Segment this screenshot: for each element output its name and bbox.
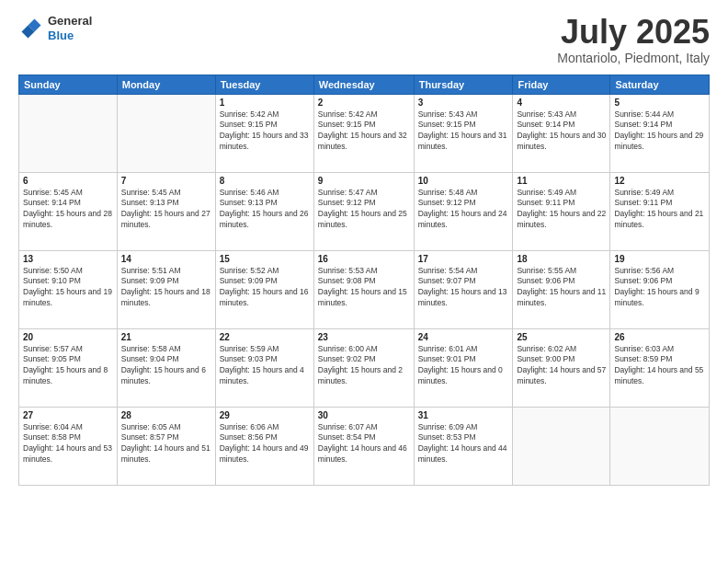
logo: General Blue bbox=[18, 14, 92, 42]
calendar-cell: 7Sunrise: 5:45 AMSunset: 9:13 PMDaylight… bbox=[117, 172, 215, 250]
calendar-cell: 22Sunrise: 5:59 AMSunset: 9:03 PMDayligh… bbox=[215, 328, 313, 407]
day-detail: Sunrise: 5:42 AMSunset: 9:15 PMDaylight:… bbox=[318, 109, 410, 154]
day-number: 30 bbox=[318, 410, 410, 420]
calendar-cell: 2Sunrise: 5:42 AMSunset: 9:15 PMDaylight… bbox=[313, 94, 414, 172]
calendar-cell: 5Sunrise: 5:44 AMSunset: 9:14 PMDaylight… bbox=[610, 94, 710, 172]
calendar-week-2: 6Sunrise: 5:45 AMSunset: 9:14 PMDaylight… bbox=[19, 172, 710, 250]
day-number: 12 bbox=[614, 176, 705, 186]
calendar-cell: 15Sunrise: 5:52 AMSunset: 9:09 PMDayligh… bbox=[215, 250, 313, 328]
day-detail: Sunrise: 5:58 AMSunset: 9:04 PMDaylight:… bbox=[121, 344, 211, 388]
day-number: 22 bbox=[220, 332, 310, 342]
day-detail: Sunrise: 6:04 AMSunset: 8:58 PMDaylight:… bbox=[23, 422, 113, 466]
month-title: July 2025 bbox=[557, 14, 710, 51]
calendar-cell: 14Sunrise: 5:51 AMSunset: 9:09 PMDayligh… bbox=[117, 250, 215, 328]
calendar-header-sunday: Sunday bbox=[19, 75, 118, 94]
day-detail: Sunrise: 6:07 AMSunset: 8:54 PMDaylight:… bbox=[318, 422, 410, 466]
calendar-cell: 1Sunrise: 5:42 AMSunset: 9:15 PMDaylight… bbox=[215, 94, 313, 172]
day-number: 24 bbox=[418, 332, 509, 342]
day-number: 17 bbox=[418, 254, 509, 264]
day-number: 10 bbox=[418, 176, 509, 186]
calendar-cell: 9Sunrise: 5:47 AMSunset: 9:12 PMDaylight… bbox=[313, 172, 414, 250]
day-number: 28 bbox=[121, 410, 211, 420]
day-number: 25 bbox=[517, 332, 606, 342]
calendar-cell: 18Sunrise: 5:55 AMSunset: 9:06 PMDayligh… bbox=[513, 250, 610, 328]
calendar-cell: 12Sunrise: 5:49 AMSunset: 9:11 PMDayligh… bbox=[610, 172, 710, 250]
calendar-cell: 26Sunrise: 6:03 AMSunset: 8:59 PMDayligh… bbox=[610, 328, 710, 407]
day-detail: Sunrise: 6:01 AMSunset: 9:01 PMDaylight:… bbox=[418, 344, 509, 388]
page: General Blue July 2025 Montariolo, Piedm… bbox=[0, 0, 728, 563]
calendar-cell: 29Sunrise: 6:06 AMSunset: 8:56 PMDayligh… bbox=[215, 407, 313, 485]
day-number: 14 bbox=[121, 254, 211, 264]
day-number: 3 bbox=[418, 98, 509, 108]
day-detail: Sunrise: 6:00 AMSunset: 9:02 PMDaylight:… bbox=[318, 344, 410, 388]
day-detail: Sunrise: 5:57 AMSunset: 9:05 PMDaylight:… bbox=[23, 344, 113, 388]
day-detail: Sunrise: 5:52 AMSunset: 9:09 PMDaylight:… bbox=[220, 266, 310, 310]
day-detail: Sunrise: 6:03 AMSunset: 8:59 PMDaylight:… bbox=[614, 344, 705, 388]
day-detail: Sunrise: 5:54 AMSunset: 9:07 PMDaylight:… bbox=[418, 266, 509, 310]
day-number: 18 bbox=[517, 254, 606, 264]
day-number: 20 bbox=[23, 332, 113, 342]
calendar-header-monday: Monday bbox=[117, 75, 215, 94]
calendar-cell: 16Sunrise: 5:53 AMSunset: 9:08 PMDayligh… bbox=[313, 250, 414, 328]
day-detail: Sunrise: 5:46 AMSunset: 9:13 PMDaylight:… bbox=[220, 188, 310, 232]
day-detail: Sunrise: 5:50 AMSunset: 9:10 PMDaylight:… bbox=[23, 266, 113, 310]
header: General Blue July 2025 Montariolo, Piedm… bbox=[18, 14, 710, 65]
day-number: 1 bbox=[220, 98, 310, 108]
day-number: 29 bbox=[220, 410, 310, 420]
day-number: 31 bbox=[418, 410, 509, 420]
calendar-cell: 23Sunrise: 6:00 AMSunset: 9:02 PMDayligh… bbox=[313, 328, 414, 407]
day-number: 13 bbox=[23, 254, 113, 264]
calendar-cell: 27Sunrise: 6:04 AMSunset: 8:58 PMDayligh… bbox=[19, 407, 118, 485]
calendar-cell: 24Sunrise: 6:01 AMSunset: 9:01 PMDayligh… bbox=[414, 328, 513, 407]
calendar-cell: 13Sunrise: 5:50 AMSunset: 9:10 PMDayligh… bbox=[19, 250, 118, 328]
calendar-header-row: SundayMondayTuesdayWednesdayThursdayFrid… bbox=[19, 75, 710, 94]
day-detail: Sunrise: 5:42 AMSunset: 9:15 PMDaylight:… bbox=[220, 109, 310, 154]
day-detail: Sunrise: 6:05 AMSunset: 8:57 PMDaylight:… bbox=[121, 422, 211, 466]
day-number: 15 bbox=[220, 254, 310, 264]
day-number: 8 bbox=[220, 176, 310, 186]
calendar-table: SundayMondayTuesdayWednesdayThursdayFrid… bbox=[18, 75, 710, 486]
day-detail: Sunrise: 5:43 AMSunset: 9:15 PMDaylight:… bbox=[418, 109, 509, 154]
day-detail: Sunrise: 5:47 AMSunset: 9:12 PMDaylight:… bbox=[318, 188, 410, 232]
day-number: 2 bbox=[318, 98, 410, 108]
calendar-cell: 19Sunrise: 5:56 AMSunset: 9:06 PMDayligh… bbox=[610, 250, 710, 328]
day-number: 4 bbox=[517, 98, 606, 108]
day-number: 21 bbox=[121, 332, 211, 342]
calendar-cell: 4Sunrise: 5:43 AMSunset: 9:14 PMDaylight… bbox=[513, 94, 610, 172]
logo-general: General bbox=[48, 14, 92, 28]
title-block: July 2025 Montariolo, Piedmont, Italy bbox=[557, 14, 710, 65]
logo-text: General Blue bbox=[48, 14, 92, 42]
day-number: 23 bbox=[318, 332, 410, 342]
day-detail: Sunrise: 6:02 AMSunset: 9:00 PMDaylight:… bbox=[517, 344, 606, 388]
calendar-cell bbox=[19, 94, 118, 172]
day-detail: Sunrise: 5:45 AMSunset: 9:14 PMDaylight:… bbox=[23, 188, 113, 232]
calendar-header-tuesday: Tuesday bbox=[215, 75, 313, 94]
day-detail: Sunrise: 5:49 AMSunset: 9:11 PMDaylight:… bbox=[614, 188, 705, 232]
calendar-cell: 28Sunrise: 6:05 AMSunset: 8:57 PMDayligh… bbox=[117, 407, 215, 485]
calendar-cell: 3Sunrise: 5:43 AMSunset: 9:15 PMDaylight… bbox=[414, 94, 513, 172]
calendar-cell: 25Sunrise: 6:02 AMSunset: 9:00 PMDayligh… bbox=[513, 328, 610, 407]
day-detail: Sunrise: 5:53 AMSunset: 9:08 PMDaylight:… bbox=[318, 266, 410, 310]
day-detail: Sunrise: 5:43 AMSunset: 9:14 PMDaylight:… bbox=[517, 109, 606, 154]
location: Montariolo, Piedmont, Italy bbox=[557, 51, 710, 65]
logo-blue: Blue bbox=[48, 29, 74, 42]
day-detail: Sunrise: 6:09 AMSunset: 8:53 PMDaylight:… bbox=[418, 422, 509, 466]
calendar-cell: 10Sunrise: 5:48 AMSunset: 9:12 PMDayligh… bbox=[414, 172, 513, 250]
calendar-cell: 6Sunrise: 5:45 AMSunset: 9:14 PMDaylight… bbox=[19, 172, 118, 250]
calendar-week-3: 13Sunrise: 5:50 AMSunset: 9:10 PMDayligh… bbox=[19, 250, 710, 328]
day-number: 5 bbox=[614, 98, 705, 108]
day-detail: Sunrise: 5:45 AMSunset: 9:13 PMDaylight:… bbox=[121, 188, 211, 232]
calendar-cell bbox=[513, 407, 610, 485]
day-number: 26 bbox=[614, 332, 705, 342]
day-detail: Sunrise: 5:51 AMSunset: 9:09 PMDaylight:… bbox=[121, 266, 211, 310]
calendar-cell: 11Sunrise: 5:49 AMSunset: 9:11 PMDayligh… bbox=[513, 172, 610, 250]
day-number: 16 bbox=[318, 254, 410, 264]
day-number: 27 bbox=[23, 410, 113, 420]
calendar-cell: 20Sunrise: 5:57 AMSunset: 9:05 PMDayligh… bbox=[19, 328, 118, 407]
calendar-header-saturday: Saturday bbox=[610, 75, 710, 94]
calendar-week-1: 1Sunrise: 5:42 AMSunset: 9:15 PMDaylight… bbox=[19, 94, 710, 172]
calendar-header-thursday: Thursday bbox=[414, 75, 513, 94]
day-number: 9 bbox=[318, 176, 410, 186]
day-detail: Sunrise: 5:55 AMSunset: 9:06 PMDaylight:… bbox=[517, 266, 606, 310]
calendar-header-friday: Friday bbox=[513, 75, 610, 94]
